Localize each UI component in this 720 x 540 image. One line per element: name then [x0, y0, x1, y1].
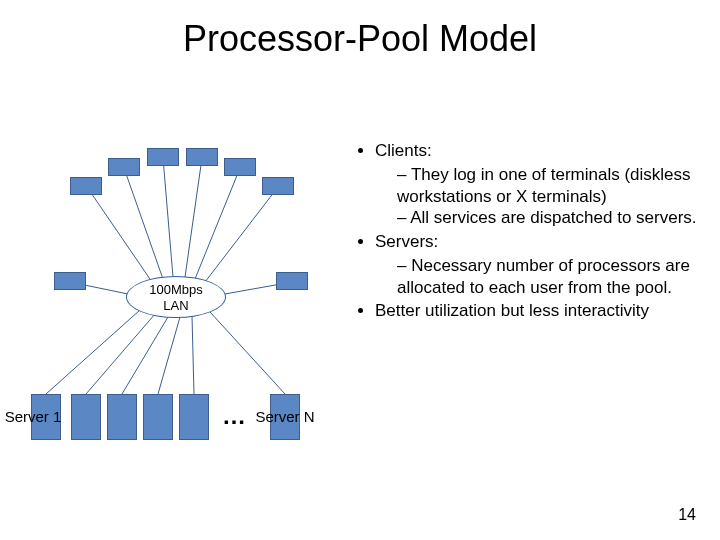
- server-icon: [71, 394, 101, 440]
- ellipsis-icon: …: [222, 402, 250, 430]
- terminal-icon: [276, 272, 308, 290]
- lan-hub: 100Mbps LAN: [126, 276, 226, 318]
- server-n-label: Server N: [250, 408, 320, 425]
- svg-line-2: [163, 158, 173, 277]
- terminal-icon: [224, 158, 256, 176]
- svg-line-9: [86, 314, 155, 394]
- server-icon: [107, 394, 137, 440]
- bullet-servers-sub1: Necessary number of processors are alloc…: [397, 256, 690, 297]
- terminal-icon: [262, 177, 294, 195]
- svg-line-8: [46, 310, 140, 394]
- hub-label-line1: 100Mbps: [149, 282, 202, 297]
- svg-line-12: [192, 316, 194, 394]
- hub-label-line2: LAN: [163, 298, 188, 313]
- svg-line-4: [195, 168, 240, 279]
- bullet-clients-sub2: All services are dispatched to servers.: [410, 208, 696, 227]
- svg-line-3: [185, 158, 202, 277]
- network-diagram: 100Mbps LAN Server 1 Server N …: [0, 132, 352, 456]
- bullet-util: Better utilization but less interactivit…: [375, 301, 649, 320]
- server-icon: [179, 394, 209, 440]
- bullet-clients-sub1: They log in one of terminals (diskless w…: [397, 165, 691, 206]
- svg-line-13: [210, 312, 285, 394]
- svg-line-0: [87, 187, 152, 282]
- terminal-icon: [147, 148, 179, 166]
- slide-title: Processor-Pool Model: [0, 18, 720, 60]
- page-number: 14: [678, 506, 696, 524]
- server-icon: [143, 394, 173, 440]
- bullet-servers: Servers:: [375, 232, 438, 251]
- bullet-text: Clients: They log in one of terminals (d…: [355, 140, 705, 322]
- svg-line-1: [124, 168, 163, 279]
- terminal-icon: [108, 158, 140, 176]
- terminal-icon: [54, 272, 86, 290]
- bullet-clients: Clients:: [375, 141, 432, 160]
- terminal-icon: [186, 148, 218, 166]
- terminal-icon: [70, 177, 102, 195]
- svg-line-5: [205, 187, 278, 282]
- server-1-label: Server 1: [4, 408, 62, 425]
